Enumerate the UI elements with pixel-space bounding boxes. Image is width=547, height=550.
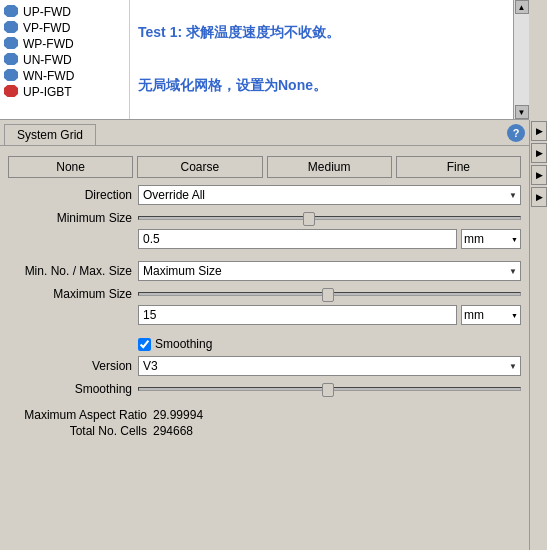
right-btn-1[interactable]: ▶ — [531, 121, 547, 141]
tree-item-upigbt[interactable]: UP-IGBT — [4, 84, 125, 100]
tab-system-grid[interactable]: System Grid — [4, 124, 96, 145]
minimum-size-unit-select[interactable]: mm cm m in — [461, 229, 521, 249]
right-btn-3[interactable]: ▶ — [531, 165, 547, 185]
fine-button[interactable]: Fine — [396, 156, 521, 178]
smoothing-thumb[interactable] — [322, 383, 334, 397]
tree-sidebar: UP-FWD VP-FWD WP-FWD UN-FWD WN-FWD — [0, 0, 130, 119]
max-aspect-row: Maximum Aspect Ratio 29.99994 — [8, 408, 521, 422]
scroll-up-arrow[interactable]: ▲ — [515, 0, 529, 14]
direction-label: Direction — [8, 188, 138, 202]
maximum-size-unit-wrapper: mm cm m in — [461, 305, 521, 325]
smoothing-checkbox-row: Smoothing — [138, 337, 521, 351]
smoothing-slider-row: Smoothing — [8, 380, 521, 398]
tree-item-unfwd[interactable]: UN-FWD — [4, 52, 125, 68]
maximum-size-unit-select[interactable]: mm cm m in — [461, 305, 521, 325]
minimum-size-thumb[interactable] — [303, 212, 315, 226]
tree-item-vpfwd[interactable]: VP-FWD — [4, 20, 125, 36]
version-row: Version V3 V2 V1 — [8, 355, 521, 377]
smoothing-checkbox[interactable] — [138, 338, 151, 351]
maximum-size-input[interactable] — [138, 305, 457, 325]
message-area: Test 1: 求解温度速度均不收敛。 无局域化网格，设置为None。 — [130, 0, 513, 119]
none-button[interactable]: None — [8, 156, 133, 178]
max-aspect-value: 29.99994 — [153, 408, 203, 422]
minimum-size-slider-label: Minimum Size — [8, 211, 138, 225]
tree-item-wnfwd[interactable]: WN-FWD — [4, 68, 125, 84]
minmax-label: Min. No. / Max. Size — [8, 264, 138, 278]
minmax-select-wrapper: Maximum Size Minimum Number — [138, 261, 521, 281]
minimum-size-input-row: mm cm m in — [138, 229, 521, 249]
right-btn-2[interactable]: ▶ — [531, 143, 547, 163]
right-btn-4[interactable]: ▶ — [531, 187, 547, 207]
direction-select[interactable]: Override All X Y Z — [138, 185, 521, 205]
total-cells-label: Total No. Cells — [8, 424, 153, 438]
smoothing-slider-label: Smoothing — [8, 382, 138, 396]
maximum-size-slider-row: Maximum Size — [8, 285, 521, 303]
smoothing-checkbox-label: Smoothing — [155, 337, 212, 351]
smoothing-track[interactable] — [138, 387, 521, 391]
medium-button[interactable]: Medium — [267, 156, 392, 178]
version-select[interactable]: V3 V2 V1 — [138, 356, 521, 376]
tree-item-wpfwd[interactable]: WP-FWD — [4, 36, 125, 52]
scroll-down-arrow[interactable]: ▼ — [515, 105, 529, 119]
mesh-button-row: None Coarse Medium Fine — [8, 156, 521, 178]
minmax-select[interactable]: Maximum Size Minimum Number — [138, 261, 521, 281]
total-cells-value: 294668 — [153, 424, 193, 438]
direction-select-wrapper: Override All X Y Z — [138, 185, 521, 205]
form-area: None Coarse Medium Fine Direction Overri… — [0, 146, 529, 446]
total-cells-row: Total No. Cells 294668 — [8, 424, 521, 438]
coarse-button[interactable]: Coarse — [137, 156, 262, 178]
tab-bar: System Grid ? — [0, 120, 529, 146]
max-aspect-label: Maximum Aspect Ratio — [8, 408, 153, 422]
version-select-wrapper: V3 V2 V1 — [138, 356, 521, 376]
help-icon[interactable]: ? — [507, 124, 525, 142]
maximum-size-input-row: mm cm m in — [138, 305, 521, 325]
minimum-size-track[interactable] — [138, 216, 521, 220]
minimum-size-input[interactable] — [138, 229, 457, 249]
maximum-size-slider-label: Maximum Size — [8, 287, 138, 301]
message-line2: 无局域化网格，设置为None。 — [138, 77, 505, 95]
version-label: Version — [8, 359, 138, 373]
message-line1: Test 1: 求解温度速度均不收敛。 — [138, 24, 505, 42]
minmax-row: Min. No. / Max. Size Maximum Size Minimu… — [8, 260, 521, 282]
maximum-size-track[interactable] — [138, 292, 521, 296]
minimum-size-unit-wrapper: mm cm m in — [461, 229, 521, 249]
tree-item-upfwd[interactable]: UP-FWD — [4, 4, 125, 20]
maximum-size-thumb[interactable] — [322, 288, 334, 302]
direction-row: Direction Override All X Y Z — [8, 184, 521, 206]
minimum-size-slider-row: Minimum Size — [8, 209, 521, 227]
right-panel: ▶ ▶ ▶ ▶ — [529, 120, 547, 550]
scrollbar-right: ▲ ▼ — [513, 0, 529, 119]
